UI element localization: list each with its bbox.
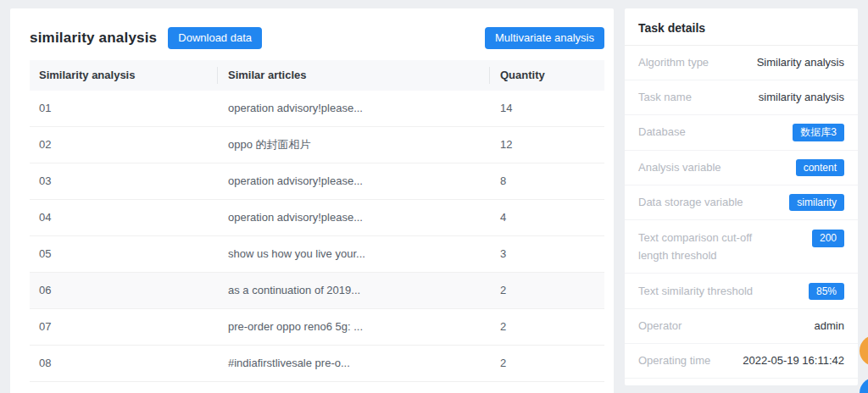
- table-row[interactable]: 06 as a continuation of 2019... 2: [30, 273, 604, 309]
- similarity-analysis-card: similarity analysis Download data Multiv…: [10, 8, 614, 393]
- task-details-panel: Task details Algorithm type Similarity a…: [625, 8, 858, 385]
- table-row[interactable]: 08 #indiafirstlivesale pre-o... 2: [30, 346, 604, 382]
- row-article: #indiafirstlivesale pre-o...: [217, 357, 489, 369]
- row-quantity: 3: [489, 247, 604, 260]
- row-quantity: 12: [489, 138, 604, 151]
- detail-value: Similarity analysis: [757, 55, 844, 70]
- detail-label: Task name: [638, 89, 692, 106]
- detail-label: Database: [638, 124, 686, 141]
- column-divider: [217, 67, 218, 84]
- detail-row-similarity-threshold: Text similarity threshold 85%: [625, 274, 858, 309]
- table-row[interactable]: 03 operation advisory!please... 8: [30, 163, 604, 200]
- table-row[interactable]: 05 show us how you live your... 3: [30, 236, 604, 273]
- row-index: 06: [30, 284, 217, 296]
- row-index: 07: [30, 320, 217, 333]
- row-index: 05: [30, 247, 217, 260]
- row-index: 08: [30, 357, 217, 369]
- row-quantity: 2: [489, 357, 604, 369]
- table-row[interactable]: 01 operation advisory!please... 14: [30, 91, 604, 127]
- row-article: operation advisory!please...: [217, 102, 489, 114]
- row-quantity: 2: [489, 320, 604, 333]
- blue-floating-button[interactable]: [860, 378, 868, 393]
- similarity-table: Similarity analysis Similar articles Qua…: [30, 60, 604, 382]
- detail-label: Text similarity threshold: [638, 283, 753, 300]
- row-article: as a continuation of 2019...: [217, 284, 489, 296]
- similarity-threshold-badge: 85%: [809, 283, 844, 300]
- analysis-variable-badge: content: [796, 159, 844, 176]
- detail-row-operating-time: Operating time 2022-05-19 16:11:42: [625, 344, 858, 379]
- card-header: similarity analysis Download data Multiv…: [10, 8, 614, 60]
- row-index: 02: [30, 138, 217, 151]
- task-details-title: Task details: [625, 8, 858, 46]
- detail-row-task-name: Task name similarity analysis: [625, 80, 858, 115]
- database-badge: 数据库3: [793, 124, 844, 141]
- row-index: 01: [30, 102, 217, 114]
- detail-row-algorithm-type: Algorithm type Similarity analysis: [625, 46, 858, 80]
- row-quantity: 4: [489, 211, 604, 224]
- column-header-similar-articles: Similar articles: [217, 60, 489, 91]
- table-row[interactable]: 04 operation advisory!please... 4: [30, 200, 604, 236]
- detail-row-cutoff-threshold: Text comparison cut-off length threshold…: [625, 220, 858, 273]
- row-article: operation advisory!please...: [217, 211, 489, 224]
- detail-row-operator: Operator admin: [625, 309, 858, 344]
- multivariate-analysis-button[interactable]: Multivariate analysis: [485, 27, 604, 49]
- row-article: operation advisory!please...: [217, 174, 489, 187]
- detail-label: Algorithm type: [638, 54, 709, 71]
- page-title: similarity analysis: [30, 30, 157, 47]
- row-index: 04: [30, 211, 217, 224]
- column-divider: [489, 67, 490, 84]
- table-row[interactable]: 07 pre-order oppo reno6 5g: ... 2: [30, 309, 604, 346]
- detail-row-consumed-quota: Consumed quota 3,119 items: [625, 379, 858, 385]
- column-header-similarity-analysis: Similarity analysis: [30, 60, 217, 91]
- table-header-row: Similarity analysis Similar articles Qua…: [30, 60, 604, 91]
- row-quantity: 2: [489, 284, 604, 296]
- column-header-quantity: Quantity: [489, 60, 604, 91]
- detail-label: Data storage variable: [638, 194, 743, 211]
- row-quantity: 14: [489, 102, 604, 114]
- detail-row-database: Database 数据库3: [625, 115, 858, 150]
- detail-row-analysis-variable: Analysis variable content: [625, 151, 858, 185]
- row-quantity: 8: [489, 174, 604, 187]
- cutoff-threshold-badge: 200: [812, 230, 844, 246]
- detail-value: similarity analysis: [759, 90, 844, 105]
- detail-label: Text comparison cut-off length threshold: [638, 230, 767, 263]
- row-article: pre-order oppo reno6 5g: ...: [217, 320, 489, 333]
- table-row[interactable]: 02 oppo 的封面相片 12: [30, 127, 604, 163]
- download-data-button[interactable]: Download data: [168, 27, 262, 49]
- detail-value: 2022-05-19 16:11:42: [743, 353, 844, 368]
- storage-variable-badge: similarity: [789, 194, 844, 211]
- row-article: show us how you live your...: [217, 247, 489, 260]
- detail-label: Analysis variable: [638, 159, 721, 176]
- row-article: oppo 的封面相片: [217, 137, 489, 152]
- orange-floating-button[interactable]: [860, 335, 868, 366]
- detail-label: Operator: [638, 318, 682, 335]
- row-index: 03: [30, 174, 217, 187]
- detail-value: admin: [815, 318, 844, 334]
- detail-row-data-storage-variable: Data storage variable similarity: [625, 185, 858, 220]
- detail-label: Operating time: [638, 352, 710, 369]
